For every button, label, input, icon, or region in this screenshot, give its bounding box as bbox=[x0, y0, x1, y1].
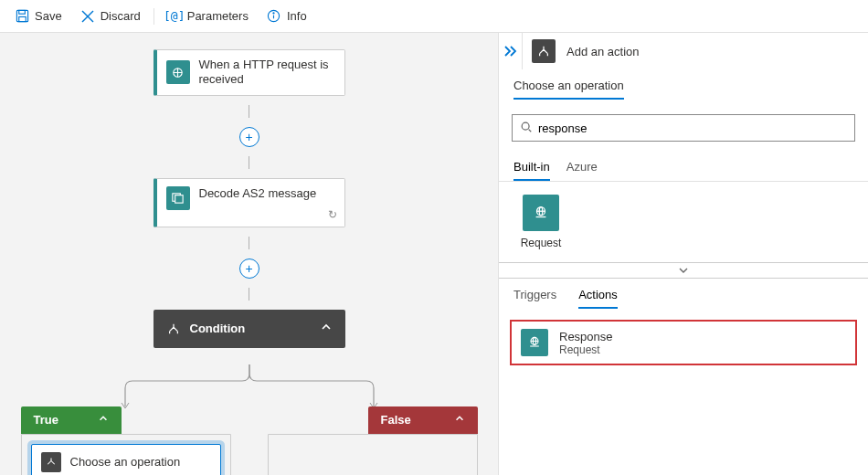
panel-title: Add an action bbox=[566, 45, 640, 58]
choose-op-label: Choose an operation bbox=[70, 455, 181, 469]
true-body: Choose an operation bbox=[21, 434, 231, 476]
connector-line bbox=[249, 105, 249, 118]
connector-request[interactable]: Request bbox=[513, 195, 568, 249]
false-label: False bbox=[381, 413, 411, 427]
true-badge[interactable]: True bbox=[21, 406, 122, 434]
save-icon bbox=[15, 9, 29, 24]
search-box[interactable] bbox=[512, 114, 855, 142]
toolbar: Save Discard [@] Parameters Info bbox=[0, 0, 868, 33]
save-button[interactable]: Save bbox=[7, 5, 69, 27]
parameters-icon: [@] bbox=[167, 9, 182, 24]
info-label: Info bbox=[287, 9, 307, 23]
false-badge[interactable]: False bbox=[368, 406, 478, 434]
true-branch: True Choose an operation bbox=[21, 406, 231, 476]
decode-icon bbox=[166, 186, 190, 210]
parameters-button[interactable]: [@] Parameters bbox=[160, 5, 256, 27]
action-icon bbox=[532, 39, 556, 63]
svg-rect-1 bbox=[18, 10, 25, 14]
connector-line bbox=[249, 156, 249, 169]
condition-icon bbox=[166, 322, 181, 336]
link-icon: ↻ bbox=[328, 208, 337, 221]
true-label: True bbox=[34, 413, 58, 427]
search-icon bbox=[520, 121, 533, 136]
save-label: Save bbox=[35, 9, 62, 23]
tab-triggers[interactable]: Triggers bbox=[513, 288, 556, 309]
operation-icon bbox=[41, 452, 61, 472]
result-subtitle: Request bbox=[559, 343, 613, 356]
discard-icon bbox=[80, 9, 95, 24]
parameters-label: Parameters bbox=[187, 9, 249, 23]
expand-connectors-button[interactable] bbox=[499, 262, 868, 279]
decode-label: Decode AS2 message bbox=[199, 186, 317, 201]
decode-node[interactable]: Decode AS2 message ↻ bbox=[153, 178, 345, 227]
condition-label: Condition bbox=[190, 322, 246, 335]
add-step-button[interactable]: + bbox=[239, 127, 259, 147]
chevron-up-icon bbox=[320, 321, 333, 336]
svg-rect-2 bbox=[18, 16, 26, 21]
info-button[interactable]: Info bbox=[259, 5, 314, 27]
connector-list: Request bbox=[499, 182, 868, 262]
svg-point-11 bbox=[522, 122, 529, 130]
result-response[interactable]: Response Request bbox=[510, 320, 857, 365]
add-step-button[interactable]: + bbox=[239, 259, 259, 279]
connector-line bbox=[249, 237, 249, 249]
svg-line-12 bbox=[529, 129, 532, 132]
response-action-icon bbox=[521, 329, 548, 356]
request-connector-icon bbox=[523, 195, 559, 231]
choose-operation-button[interactable]: Choose an operation bbox=[31, 444, 221, 476]
choose-operation-heading: Choose an operation bbox=[513, 79, 624, 100]
info-icon bbox=[267, 9, 281, 24]
search-input[interactable] bbox=[538, 121, 847, 135]
operation-panel: Add an action Choose an operation Built-… bbox=[498, 33, 868, 475]
false-body[interactable] bbox=[268, 434, 478, 476]
tab-azure[interactable]: Azure bbox=[566, 160, 598, 181]
connector-line bbox=[249, 288, 249, 301]
svg-rect-10 bbox=[175, 195, 183, 203]
discard-button[interactable]: Discard bbox=[73, 5, 148, 27]
result-title: Response bbox=[559, 330, 613, 343]
branch-container: True Choose an operation F bbox=[12, 364, 487, 476]
designer-canvas[interactable]: When a HTTP request is received + Decode… bbox=[0, 33, 498, 475]
tab-actions[interactable]: Actions bbox=[578, 288, 618, 309]
separator bbox=[153, 8, 154, 25]
result-tabs: Triggers Actions bbox=[499, 279, 868, 309]
svg-point-7 bbox=[273, 13, 274, 14]
collapse-panel-button[interactable] bbox=[499, 33, 523, 69]
http-icon bbox=[166, 60, 190, 84]
scope-tabs: Built-in Azure bbox=[499, 154, 868, 182]
false-branch: False bbox=[268, 406, 478, 476]
tab-builtin[interactable]: Built-in bbox=[513, 160, 550, 181]
trigger-node[interactable]: When a HTTP request is received bbox=[153, 49, 345, 96]
trigger-label: When a HTTP request is received bbox=[199, 58, 335, 88]
chevron-up-icon bbox=[454, 413, 465, 427]
discard-label: Discard bbox=[101, 9, 141, 23]
connector-label: Request bbox=[513, 237, 568, 249]
condition-node[interactable]: Condition bbox=[153, 310, 345, 348]
chevron-up-icon bbox=[98, 413, 109, 427]
